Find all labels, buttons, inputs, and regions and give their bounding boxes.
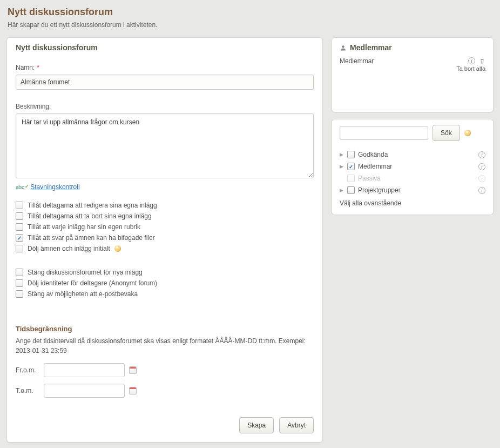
help-icon[interactable] [464, 130, 471, 136]
checkbox-row: Dölj ämnen och inlägg initialt [16, 245, 314, 252]
member-tree: ▶Godkändai▶Medlemmari▶Passivai▶Projektgr… [340, 149, 485, 196]
checkbox-row: Stäng diskussionsforumet för nya inlägg [16, 269, 314, 276]
checkbox [347, 175, 355, 182]
remove-all-link[interactable]: Ta bort alla [456, 65, 485, 72]
tree-row: ▶Medlemmari [340, 161, 485, 172]
options-group-2: Stäng diskussionsforumet för nya inläggD… [16, 269, 314, 298]
checkbox-label: Tillåt deltagarna att redigera sina egna… [28, 202, 157, 209]
help-icon[interactable] [114, 245, 121, 252]
tree-row: ▶Projektgrupperi [340, 184, 485, 196]
name-input[interactable] [16, 75, 314, 90]
checkbox[interactable] [16, 202, 23, 209]
checkbox-row: Tillåt deltagarna att ta bort sina egna … [16, 212, 314, 220]
checkbox-label: Tillåt att varje inlägg har sin egen rub… [28, 223, 140, 231]
required-star-icon: * [37, 64, 39, 71]
checkbox[interactable] [16, 245, 23, 252]
checkbox-label: Tillåt att svar på ämnen kan ha bifogade… [28, 234, 155, 242]
time-restriction-title: Tidsbegränsning [16, 325, 314, 333]
from-label: Fr.o.m. [16, 366, 39, 374]
to-date-input[interactable] [44, 384, 125, 398]
page-title: Nytt diskussionsforum [8, 6, 492, 18]
checkbox[interactable] [16, 290, 23, 298]
description-label: Beskrivning: [16, 103, 314, 110]
tree-label[interactable]: Godkända [358, 151, 475, 158]
form-panel-title: Nytt diskussionsforum [16, 43, 314, 52]
calendar-icon[interactable] [129, 366, 137, 374]
checkbox[interactable] [16, 279, 23, 287]
cancel-button[interactable]: Avbryt [279, 417, 314, 433]
checkbox[interactable] [16, 234, 23, 242]
select-all-link[interactable]: Välj alla ovanstående [340, 199, 485, 207]
members-panel: Medlemmar Medlemmar i Ta bort alla [332, 37, 494, 112]
checkbox-label: Stäng av möjligheten att e-postbevaka [28, 290, 138, 298]
info-icon[interactable]: i [478, 163, 485, 170]
tree-row: ▶Godkändai [340, 149, 485, 161]
checkbox[interactable] [347, 186, 355, 194]
person-icon [340, 44, 347, 51]
tree-label[interactable]: Medlemmar [358, 163, 475, 170]
checkbox-label: Dölj identiteter för deltagare (Anonymt … [28, 279, 157, 287]
search-button[interactable]: Sök [433, 125, 460, 141]
checkbox[interactable] [16, 212, 23, 220]
info-icon[interactable]: i [478, 187, 485, 194]
page-subtitle: Här skapar du ett nytt diskussionsforum … [8, 21, 492, 29]
to-label: T.o.m. [16, 387, 39, 394]
info-icon[interactable]: i [478, 151, 485, 158]
calendar-icon[interactable] [129, 387, 137, 394]
checkbox-label: Dölj ämnen och inlägg initialt [28, 245, 110, 252]
checkbox-row: Tillåt deltagarna att redigera sina egna… [16, 202, 314, 209]
from-date-input[interactable] [44, 363, 125, 377]
options-group-1: Tillåt deltagarna att redigera sina egna… [16, 202, 314, 252]
tree-label[interactable]: Projektgrupper [358, 186, 475, 194]
form-panel: Nytt diskussionsforum Namn: * Beskrivnin… [6, 37, 323, 443]
info-icon[interactable]: i [468, 57, 475, 64]
expand-arrow-icon[interactable]: ▶ [340, 188, 344, 193]
checkbox[interactable] [347, 151, 355, 158]
checkbox[interactable] [16, 223, 23, 231]
checkbox[interactable] [347, 163, 355, 170]
name-label: Namn: * [16, 64, 314, 71]
checkbox[interactable] [16, 269, 23, 276]
time-restriction-desc: Ange det tidsintervall då diskussionsfor… [16, 336, 314, 356]
svg-point-0 [342, 45, 344, 48]
spellcheck-link[interactable]: Stavningskontroll [30, 183, 79, 191]
expand-arrow-icon[interactable]: ▶ [340, 164, 344, 169]
trash-icon[interactable] [478, 57, 485, 64]
checkbox-label: Tillåt deltagarna att ta bort sina egna … [28, 212, 152, 220]
members-label: Medlemmar [340, 57, 374, 65]
spellcheck-icon: abc [16, 184, 28, 190]
checkbox-label: Stäng diskussionsforumet för nya inlägg [28, 269, 143, 276]
checkbox-row: Stäng av möjligheten att e-postbevaka [16, 290, 314, 298]
expand-arrow-icon[interactable]: ▶ [340, 152, 344, 157]
members-panel-title: Medlemmar [340, 43, 485, 52]
member-search-input[interactable] [340, 126, 428, 140]
create-button[interactable]: Skapa [239, 417, 274, 433]
search-panel: Sök ▶Godkändai▶Medlemmari▶Passivai▶Proje… [332, 119, 494, 215]
checkbox-row: Tillåt att varje inlägg har sin egen rub… [16, 223, 314, 231]
tree-row: ▶Passivai [340, 172, 485, 184]
checkbox-row: Dölj identiteter för deltagare (Anonymt … [16, 279, 314, 287]
description-textarea[interactable]: Här tar vi upp allmänna frågor om kursen [16, 113, 314, 178]
info-icon[interactable]: i [478, 175, 485, 182]
checkbox-row: Tillåt att svar på ämnen kan ha bifogade… [16, 234, 314, 242]
tree-label: Passiva [358, 175, 475, 182]
